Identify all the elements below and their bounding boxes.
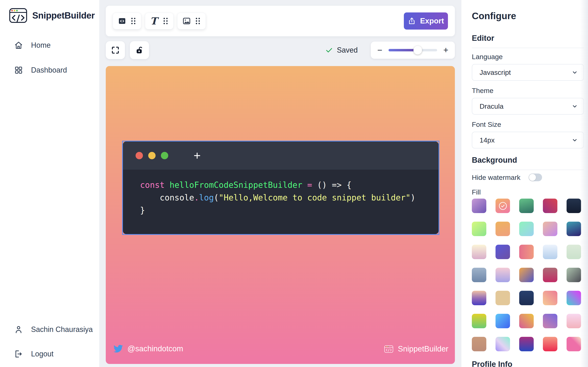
zoom-slider-thumb[interactable] xyxy=(414,46,422,54)
fill-swatch[interactable] xyxy=(519,337,534,351)
saved-label: Saved xyxy=(337,46,358,54)
main-area: T Export xyxy=(99,0,461,367)
fill-swatch[interactable] xyxy=(543,222,557,236)
snippetbuilder-watermark: SnippetBuilder xyxy=(384,345,448,353)
twitter-watermark: @sachindotcom xyxy=(113,344,183,353)
fill-swatch[interactable] xyxy=(543,337,557,351)
zoom-in-button[interactable]: + xyxy=(443,46,448,54)
zoom-out-button[interactable]: − xyxy=(377,46,382,54)
logout-icon xyxy=(14,349,23,359)
fill-swatch[interactable] xyxy=(495,268,510,282)
profile-name: Sachin Chaurasiya xyxy=(31,325,93,334)
code-window-titlebar: + xyxy=(123,142,439,170)
tool-image[interactable] xyxy=(177,13,206,29)
background-section-heading: Background xyxy=(472,155,584,165)
top-toolbar: T Export xyxy=(106,6,455,36)
code-window[interactable]: + const helloFromCodeSnippetBuilder = ()… xyxy=(123,142,439,234)
fill-swatch[interactable] xyxy=(472,337,486,351)
fill-swatch[interactable] xyxy=(567,199,581,213)
hide-watermark-toggle[interactable] xyxy=(528,174,542,181)
fill-swatch[interactable] xyxy=(543,314,557,328)
fill-swatch[interactable] xyxy=(567,314,581,328)
logout-button[interactable]: Logout xyxy=(0,347,99,360)
lock-toggle-button[interactable] xyxy=(130,41,149,59)
fill-grid xyxy=(472,199,584,351)
saved-check-icon xyxy=(325,46,333,54)
fill-swatch[interactable] xyxy=(519,199,534,213)
fill-swatch[interactable] xyxy=(495,245,510,259)
image-icon xyxy=(182,17,191,25)
fill-label: Fill xyxy=(472,188,584,196)
font-size-value: 14px xyxy=(480,136,495,144)
traffic-light-red-icon xyxy=(136,152,143,159)
snippetbuilder-logo-icon xyxy=(9,8,27,23)
theme-select[interactable]: Dracula xyxy=(472,98,584,115)
fill-swatch[interactable] xyxy=(495,291,510,305)
drag-handle-icon[interactable] xyxy=(163,17,168,25)
language-select[interactable]: Javascript xyxy=(472,64,584,81)
fill-swatch[interactable] xyxy=(495,314,510,328)
fill-swatch[interactable] xyxy=(495,337,510,351)
fill-swatch[interactable] xyxy=(567,245,581,259)
app-logo: SnippetBuilder xyxy=(0,0,99,23)
fill-swatch[interactable] xyxy=(543,291,557,305)
home-icon xyxy=(14,41,23,50)
code-window-selection[interactable]: + const helloFromCodeSnippetBuilder = ()… xyxy=(122,141,439,235)
fill-swatch[interactable] xyxy=(495,199,510,213)
fill-swatch[interactable] xyxy=(519,291,534,305)
fill-swatch[interactable] xyxy=(567,337,581,351)
divider xyxy=(472,170,584,170)
fill-swatch[interactable] xyxy=(519,222,534,236)
app-title: SnippetBuilder xyxy=(32,10,95,21)
language-value: Javascript xyxy=(480,68,511,76)
toggle-knob xyxy=(529,174,536,181)
fill-swatch[interactable] xyxy=(567,268,581,282)
canvas[interactable]: + const helloFromCodeSnippetBuilder = ()… xyxy=(106,66,455,364)
sidebar-item-label: Dashboard xyxy=(31,66,67,75)
fill-swatch[interactable] xyxy=(543,245,557,259)
fill-swatch[interactable] xyxy=(567,291,581,305)
sidebar-item-label: Home xyxy=(31,41,51,50)
font-size-select[interactable]: 14px xyxy=(472,132,584,149)
add-tab-button[interactable]: + xyxy=(194,150,201,162)
tool-text[interactable]: T xyxy=(145,13,173,29)
code-content[interactable]: const helloFromCodeSnippetBuilder = () =… xyxy=(123,170,439,234)
divider xyxy=(472,48,584,48)
export-button[interactable]: Export xyxy=(404,12,448,30)
fill-swatch[interactable] xyxy=(472,245,486,259)
person-icon xyxy=(14,325,23,334)
tool-code-block[interactable] xyxy=(113,13,141,29)
fill-swatch[interactable] xyxy=(472,291,486,305)
fill-swatch[interactable] xyxy=(543,199,557,213)
code-line: const helloFromCodeSnippetBuilder = () =… xyxy=(140,179,439,191)
sidebar-item-dashboard[interactable]: Dashboard xyxy=(0,64,99,77)
fill-swatch[interactable] xyxy=(519,314,534,328)
fill-swatch[interactable] xyxy=(543,268,557,282)
dashboard-grid-icon xyxy=(14,66,23,75)
drag-handle-icon[interactable] xyxy=(130,17,136,25)
fill-swatch[interactable] xyxy=(472,268,486,282)
fullscreen-button[interactable] xyxy=(106,41,125,59)
chevron-down-icon xyxy=(572,69,578,75)
sidebar-nav: Home Dashboard xyxy=(0,39,99,77)
theme-value: Dracula xyxy=(480,102,503,110)
text-icon: T xyxy=(150,17,157,25)
fullscreen-icon xyxy=(111,46,120,55)
sidebar-item-home[interactable]: Home xyxy=(0,39,99,52)
editor-section-heading: Editor xyxy=(472,33,584,43)
app-root: SnippetBuilder Home Dashboard xyxy=(0,0,588,367)
fill-swatch[interactable] xyxy=(495,222,510,236)
twitter-handle: @sachindotcom xyxy=(127,344,183,353)
selected-check-icon xyxy=(498,201,508,211)
fill-swatch[interactable] xyxy=(567,222,581,236)
fill-swatch[interactable] xyxy=(519,268,534,282)
export-share-icon xyxy=(408,17,416,25)
zoom-slider[interactable] xyxy=(389,49,437,51)
fill-swatch[interactable] xyxy=(519,245,534,259)
drag-handle-icon[interactable] xyxy=(195,17,201,25)
fill-swatch[interactable] xyxy=(472,222,486,236)
profile-entry[interactable]: Sachin Chaurasiya xyxy=(0,323,99,336)
fill-swatch[interactable] xyxy=(472,314,486,328)
unlock-icon xyxy=(135,46,144,55)
fill-swatch[interactable] xyxy=(472,199,486,213)
